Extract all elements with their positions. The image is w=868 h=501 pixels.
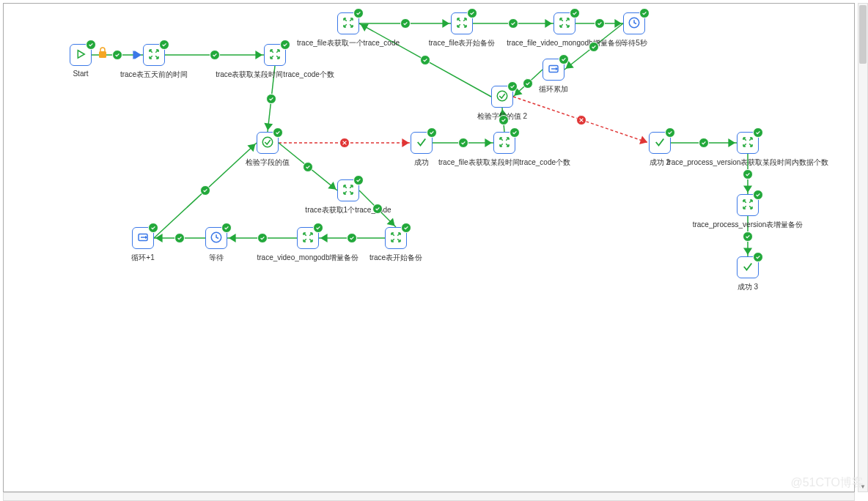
check-icon — [415, 136, 428, 150]
edge-error-icon — [576, 115, 586, 125]
edge-ok-icon — [420, 55, 430, 65]
svg-marker-37 — [639, 136, 647, 144]
status-ok-badge — [510, 127, 520, 138]
edge-ok-icon — [458, 138, 468, 148]
check-shield-icon — [261, 136, 274, 150]
scroll-down-arrow[interactable]: ▼ — [858, 481, 867, 491]
edge-ok-icon — [743, 169, 753, 179]
edge-ok-icon — [589, 42, 599, 52]
edge-ok-icon — [372, 204, 383, 214]
check-icon — [741, 260, 754, 275]
node-label: trace_file_video_mongodb增量备份 — [507, 38, 622, 48]
workflow-node-traceStart[interactable]: trace表开始备份 — [385, 227, 407, 249]
node-label: 循环累加 — [539, 84, 568, 94]
edge-error-icon — [339, 138, 350, 148]
workflow-node-ok2[interactable]: 成功 2 — [649, 132, 671, 154]
edge-ok-icon — [400, 18, 411, 29]
edge-ok-icon — [347, 233, 357, 243]
node-label: 成功 3 — [738, 282, 758, 292]
workflow-node-wait5s[interactable]: 等待5秒 — [623, 12, 645, 34]
status-ok-badge — [665, 127, 675, 138]
check-shield-icon — [496, 89, 509, 104]
transform-icon — [147, 48, 161, 62]
workflow-node-chkVal[interactable]: 检验字段的值 — [257, 132, 279, 154]
workflow-node-tfvMongo[interactable]: trace_file_video_mongodb增量备份 — [553, 12, 575, 34]
workflow-node-start[interactable]: Start — [70, 44, 92, 66]
edge-ok-icon — [257, 233, 268, 243]
workflow-node-loopAdd[interactable]: 循环累加 — [542, 59, 564, 81]
edge-ok-icon — [508, 18, 518, 29]
workflow-node-loop1[interactable]: 循环+1 — [132, 227, 154, 249]
node-label: trace表获取某段时间trace_code个数 — [216, 70, 334, 80]
transform-icon — [342, 183, 355, 198]
workflow-canvas[interactable]: Start trace表五天前的时间 trace表获取某段时间trace_cod… — [4, 4, 854, 491]
node-label: 成功 — [414, 157, 429, 168]
svg-marker-19 — [361, 23, 369, 31]
workflow-node-trace5day[interactable]: trace表五天前的时间 — [143, 44, 165, 66]
node-label: Start — [73, 70, 88, 78]
edge-ok-icon — [743, 231, 753, 242]
svg-marker-4 — [255, 51, 262, 59]
transform-icon — [342, 16, 355, 31]
status-ok-badge — [86, 40, 96, 50]
svg-marker-25 — [545, 19, 552, 28]
edge-ok-icon — [174, 233, 185, 243]
status-ok-badge — [221, 223, 232, 233]
workflow-node-ok3[interactable]: 成功 3 — [737, 256, 759, 278]
status-ok-badge — [353, 175, 364, 185]
node-label: trace_file表获取一个trace_code — [297, 38, 400, 48]
check-icon — [653, 136, 666, 150]
svg-marker-13 — [485, 138, 492, 147]
status-ok-badge — [353, 8, 364, 18]
node-label: trace_process_version表增量备份 — [693, 220, 803, 230]
workflow-node-ok1[interactable]: 成功 — [411, 132, 433, 154]
node-label: trace表五天前的时间 — [120, 70, 188, 80]
status-ok-badge — [280, 40, 290, 50]
horizontal-scrollbar[interactable] — [3, 492, 855, 501]
loop-icon — [547, 62, 560, 77]
svg-point-71 — [262, 137, 273, 147]
workflow-node-tfStart[interactable]: trace_file表开始备份 — [451, 12, 473, 34]
svg-marker-67 — [78, 51, 84, 59]
status-ok-badge — [148, 223, 158, 233]
workflow-node-tpvBackup[interactable]: trace_process_version表增量备份 — [737, 194, 759, 216]
workflow-node-tvMongo[interactable]: trace_video_mongodb增量备份 — [297, 227, 319, 249]
svg-marker-40 — [728, 138, 735, 147]
edge-ok-icon — [595, 18, 605, 29]
status-ok-badge — [467, 8, 477, 18]
status-ok-badge — [559, 54, 569, 64]
vertical-scrollbar[interactable]: ▲ ▼ — [858, 3, 868, 492]
edge-ok-icon — [523, 78, 533, 89]
transform-icon — [741, 136, 754, 150]
svg-marker-28 — [614, 19, 622, 28]
node-label: 等待5秒 — [621, 38, 647, 48]
edge-ok-icon — [499, 115, 509, 125]
workflow-node-chkVal2[interactable]: 检验字段的值 2 — [491, 86, 513, 108]
transform-icon — [498, 136, 511, 150]
edge-ok-icon — [210, 50, 220, 60]
status-ok-badge — [159, 40, 169, 50]
transform-icon — [455, 16, 468, 31]
status-ok-badge — [570, 8, 580, 18]
transform-icon — [389, 231, 402, 245]
workflow-node-traceCount[interactable]: trace表获取某段时间trace_code个数 — [264, 44, 286, 66]
workflow-node-tfGetOne[interactable]: trace_file表获取一个trace_code — [337, 12, 359, 34]
workflow-node-tfCount[interactable]: trace_file表获取某段时间trace_code个数 — [493, 132, 515, 154]
workflow-node-tpvCount[interactable]: trace_process_version表获取某段时间内数据个数 — [737, 132, 759, 154]
svg-marker-7 — [264, 123, 273, 130]
workflow-node-traceGet1[interactable]: trace表获取1个trace_code — [337, 179, 359, 201]
svg-marker-61 — [155, 234, 163, 242]
edge-ok-icon — [112, 50, 122, 60]
svg-marker-58 — [229, 234, 236, 242]
workflow-node-wait[interactable]: 等待 — [205, 227, 227, 249]
edge-ok-icon — [200, 185, 210, 196]
node-label: 检验字段的值 — [246, 157, 290, 168]
status-ok-badge — [427, 127, 437, 138]
scroll-thumb[interactable] — [859, 5, 867, 64]
edge-ok-icon — [266, 94, 276, 104]
transform-icon — [301, 231, 315, 245]
node-label: trace表开始备份 — [369, 253, 422, 263]
transform-icon — [741, 198, 754, 212]
node-label: trace_process_version表获取某段时间内数据个数 — [667, 157, 829, 168]
svg-marker-52 — [387, 218, 395, 226]
